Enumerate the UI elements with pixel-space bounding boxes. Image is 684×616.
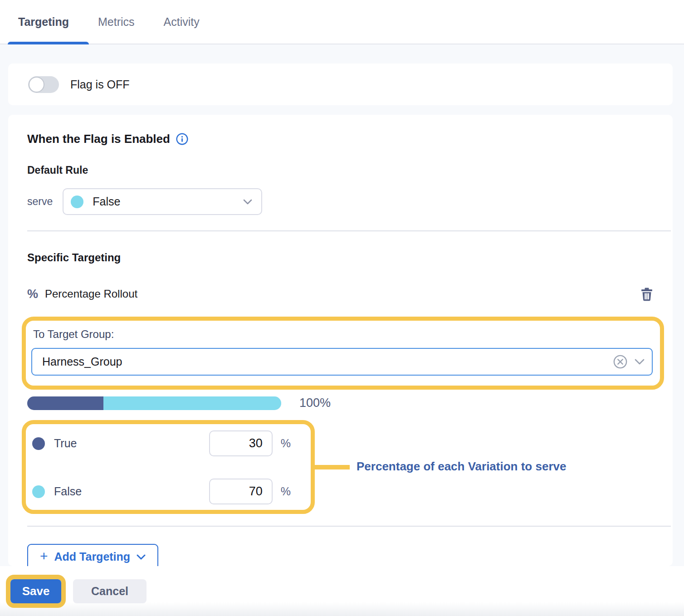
info-icon[interactable] (176, 133, 188, 145)
cancel-button[interactable]: Cancel (73, 579, 147, 603)
progress-segment-true (27, 396, 103, 410)
rollout-progress-bar (27, 396, 281, 410)
tab-bar: Targeting Metrics Activity (0, 0, 684, 44)
target-group-select[interactable]: Harness_Group (31, 348, 653, 376)
variation-false-name: False (54, 485, 82, 498)
variation-false-dot (32, 485, 45, 498)
variation-color-dot (71, 196, 83, 208)
specific-targeting-heading: Specific Targeting (27, 251, 673, 264)
default-rule-heading: Default Rule (27, 164, 673, 176)
percentage-rollout-title: Percentage Rollout (45, 288, 137, 300)
tab-activity[interactable]: Activity (164, 15, 200, 29)
percent-sign: % (281, 485, 291, 498)
progress-segment-false (103, 396, 281, 410)
target-group-label: To Target Group: (33, 328, 653, 341)
percentage-rollout-row: % Percentage Rollout (27, 287, 654, 301)
save-highlight-ring: Save (6, 575, 66, 608)
annotation-connector-line (315, 465, 350, 469)
tab-targeting[interactable]: Targeting (18, 15, 69, 29)
progress-total-label: 100% (299, 396, 331, 410)
chevron-down-icon (137, 554, 146, 560)
plus-icon: + (40, 548, 48, 564)
variation-weights-highlight-box: True % False % Percentage of each Variat… (22, 420, 315, 514)
flag-status-label: Flag is OFF (70, 78, 130, 91)
variation-row-true: True % (32, 430, 291, 456)
tab-metrics[interactable]: Metrics (98, 15, 135, 29)
variation-row-false: False % (32, 479, 291, 504)
clear-icon[interactable] (613, 355, 627, 369)
target-group-value: Harness_Group (42, 355, 122, 368)
flag-toggle-knob (29, 77, 44, 93)
default-variation-value: False (93, 195, 120, 208)
save-button[interactable]: Save (10, 579, 61, 603)
rollout-progress-row: 100% (27, 396, 673, 410)
chevron-down-icon (635, 359, 645, 365)
variation-true-dot (32, 437, 45, 450)
variation-true-weight-input[interactable] (209, 430, 273, 456)
section-divider (27, 526, 671, 527)
trash-icon[interactable] (640, 287, 654, 301)
percent-sign: % (281, 437, 291, 450)
add-targeting-label: Add Targeting (54, 550, 131, 563)
add-targeting-button[interactable]: + Add Targeting (27, 544, 158, 566)
serve-label: serve (27, 196, 53, 208)
active-tab-underline (8, 42, 89, 44)
target-group-highlight-box: To Target Group: Harness_Group (22, 317, 664, 390)
flag-status-card: Flag is OFF (8, 64, 673, 105)
percent-icon: % (27, 287, 38, 301)
section-divider (27, 230, 671, 231)
default-variation-select[interactable]: False (63, 188, 262, 215)
flag-enabled-card: When the Flag is Enabled Default Rule se… (8, 115, 673, 566)
default-rule-serve-row: serve False (27, 188, 673, 215)
variation-true-name: True (54, 437, 77, 450)
variation-annotation-text: Percentage of each Variation to serve (357, 460, 566, 474)
chevron-down-icon (243, 199, 252, 205)
page-content: Flag is OFF When the Flag is Enabled Def… (0, 44, 684, 566)
variation-false-weight-input[interactable] (209, 479, 273, 504)
action-footer: Save Cancel (0, 566, 684, 616)
flag-enabled-heading: When the Flag is Enabled (27, 132, 673, 146)
flag-toggle[interactable] (28, 76, 59, 93)
flag-enabled-title: When the Flag is Enabled (27, 132, 170, 146)
